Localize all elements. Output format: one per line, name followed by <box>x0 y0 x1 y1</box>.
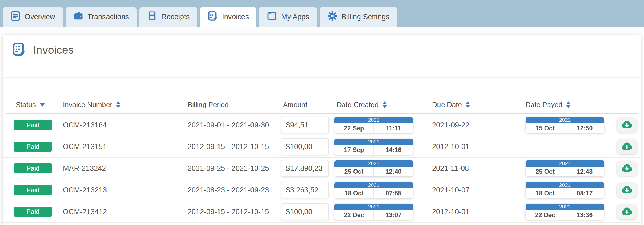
column-header-status[interactable]: Status <box>16 96 45 113</box>
sort-icon <box>116 101 120 108</box>
date-payed-cell: 2021 25 Oct 12:43 <box>526 158 604 179</box>
tab-label: Overview <box>25 13 55 21</box>
status-badge: Paid <box>14 207 52 217</box>
download-invoice-button[interactable] <box>617 139 637 154</box>
date-badge-time: 14:16 <box>374 145 413 155</box>
due-date: 2021-10-07 <box>432 186 469 194</box>
table-row: Paid OCM-213412 2012-09-15 - 2012-10-15 … <box>3 201 641 223</box>
billing-period: 2021-08-23 - 2021-09-23 <box>188 186 269 194</box>
cloud-download-icon <box>621 140 633 153</box>
status-badge: Paid <box>14 185 52 195</box>
date-badge-year: 2021 <box>526 117 604 123</box>
column-header-date-created[interactable]: Date Created <box>337 96 387 113</box>
invoice-number-cell: OCM-213164 <box>63 114 107 136</box>
tab-overview[interactable]: Overview <box>3 7 63 27</box>
status-cell: Paid <box>14 114 52 136</box>
date-payed-cell: 2021 15 Oct 12:50 <box>526 114 604 136</box>
column-header-due-date[interactable]: Due Date <box>432 96 470 113</box>
date-badge-date: 18 Oct <box>526 188 565 198</box>
amount-cell: $100,00 <box>281 201 329 222</box>
download-invoice-button[interactable] <box>617 182 637 198</box>
column-header-amount: Amount <box>283 96 307 113</box>
column-header-billing-period: Billing Period <box>188 96 229 113</box>
amount-cell: $3.263,52 <box>281 179 329 201</box>
date-badge-year: 2021 <box>334 117 413 123</box>
date-badge-year: 2021 <box>334 182 413 188</box>
billing-period-cell: 2021-08-23 - 2021-09-23 <box>188 179 269 201</box>
download-cell <box>617 136 637 157</box>
date-badge-date: 22 Dec <box>526 210 565 220</box>
tab-billing-settings[interactable]: Billing Settings <box>320 7 397 27</box>
apps-window-icon <box>267 11 277 23</box>
tab-invoices[interactable]: Invoices <box>200 7 256 27</box>
tab-label: Receipts <box>161 13 190 21</box>
amount-cell: $17.890,23 <box>281 158 329 179</box>
date-badge-time: 13:07 <box>374 210 413 220</box>
billing-period: 2012-09-15 - 2012-10-15 <box>188 208 269 216</box>
cloud-download-icon <box>621 183 633 197</box>
invoice-icon <box>208 11 218 23</box>
page-title: Invoices <box>33 44 74 56</box>
date-created-badge: 2021 22 Dec 13:07 <box>334 204 413 220</box>
download-cell <box>617 158 637 179</box>
tab-my-apps[interactable]: My Apps <box>259 7 317 27</box>
date-payed-cell: 2021 18 Oct 08:17 <box>526 179 604 201</box>
sort-icon <box>566 101 571 108</box>
date-created-cell: 2021 25 Oct 12:40 <box>334 158 413 179</box>
table-row: Paid MAR-213242 2021-09-25 - 2021-10-25 … <box>3 158 641 179</box>
due-date-cell: 2021-11-08 <box>432 158 469 179</box>
tab-receipts[interactable]: Receipts <box>139 7 197 27</box>
invoice-number-cell: OCM-213151 <box>63 136 107 157</box>
invoice-table-body: Paid OCM-213164 2021-09-01 - 2021-09-30 … <box>3 114 641 223</box>
sort-icon <box>382 101 387 108</box>
status-badge: Paid <box>14 120 52 130</box>
column-header-label: Invoice Number <box>63 101 112 109</box>
download-invoice-button[interactable] <box>617 204 637 219</box>
billing-app: Overview Transactions Receipts Invoices <box>0 0 644 225</box>
cloud-download-icon <box>621 162 633 175</box>
invoice-number: MAR-213242 <box>63 164 106 173</box>
amount-value: $100,00 <box>281 138 329 155</box>
column-header-date-payed[interactable]: Date Payed <box>526 96 571 113</box>
download-invoice-button[interactable] <box>617 161 637 176</box>
date-created-cell: 2021 17 Sep 14:16 <box>334 136 413 157</box>
invoice-number: OCM-213412 <box>63 208 107 216</box>
invoices-panel: Invoices Status Invoice Number Billing P… <box>3 35 641 225</box>
column-header-invoice-number[interactable]: Invoice Number <box>63 96 120 113</box>
tab-transactions[interactable]: Transactions <box>66 7 137 27</box>
date-badge-date: 18 Oct <box>334 188 374 198</box>
due-date: 2021-09-22 <box>432 121 469 129</box>
date-payed-cell: 2021 22 Dec 13:36 <box>526 201 604 222</box>
date-payed-badge: 2021 22 Dec 13:36 <box>526 204 604 220</box>
amount-cell: $100,00 <box>281 136 329 157</box>
due-date-cell: 2021-09-22 <box>432 114 469 136</box>
billing-period-cell: 2021-09-01 - 2021-09-30 <box>188 114 269 136</box>
date-badge-year: 2021 <box>526 160 604 167</box>
billing-period: 2021-09-01 - 2021-09-30 <box>188 121 269 129</box>
date-created-badge: 2021 17 Sep 14:16 <box>334 139 413 155</box>
due-date: 2021-11-08 <box>432 164 469 173</box>
status-cell: Paid <box>14 158 52 179</box>
tab-label: My Apps <box>281 13 309 21</box>
date-created-cell: 2021 18 Oct 07:55 <box>334 179 413 201</box>
wallet-icon <box>73 11 83 23</box>
due-date: 2012-10-01 <box>432 208 469 216</box>
billing-period: 2012-09-15 - 2012-10-15 <box>188 143 269 151</box>
invoice-number: OCM-213213 <box>63 186 107 194</box>
column-header-label: Date Created <box>337 101 379 109</box>
download-cell <box>617 201 637 222</box>
date-created-badge: 2021 25 Oct 12:40 <box>334 160 413 176</box>
date-badge-date: 22 Dec <box>334 210 374 220</box>
date-badge-time: 12:40 <box>374 167 413 176</box>
date-badge-time: 11:11 <box>374 123 413 133</box>
due-date-cell: 2021-10-07 <box>432 179 469 201</box>
invoice-number-cell: MAR-213242 <box>63 158 106 179</box>
date-badge-time: 12:50 <box>565 123 604 133</box>
date-created-cell: 2021 22 Sep 11:11 <box>334 114 413 136</box>
download-invoice-button[interactable] <box>617 117 637 133</box>
status-badge: Paid <box>14 163 52 173</box>
date-badge-year: 2021 <box>526 182 604 188</box>
table-row: Paid OCM-213213 2021-08-23 - 2021-09-23 … <box>3 179 641 201</box>
column-header-label: Date Payed <box>526 101 562 109</box>
due-date: 2012-10-01 <box>432 143 469 151</box>
